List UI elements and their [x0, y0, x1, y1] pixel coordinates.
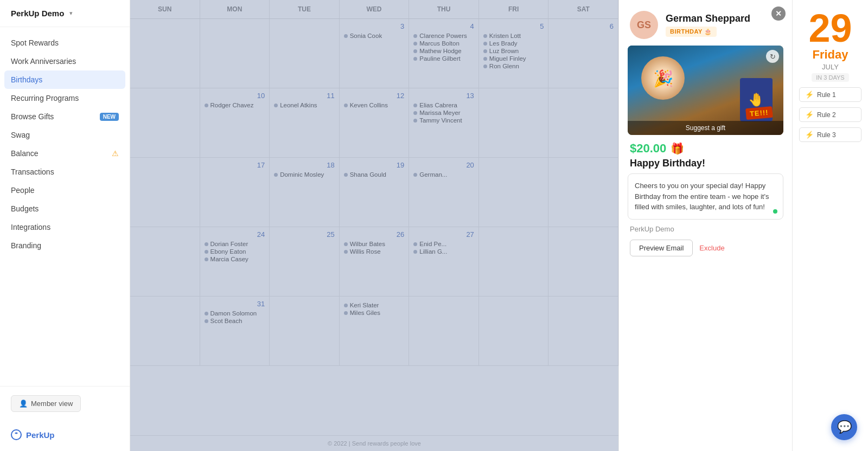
chevron-down-icon: ▾	[69, 10, 73, 17]
sidebar: PerkUp Demo ▾ Spot Rewards Work Annivers…	[0, 0, 130, 451]
rule-item-1[interactable]: ⚡ Rule 1	[799, 87, 861, 102]
panel-actions: Preview Email Exclude	[619, 240, 792, 265]
sidebar-item-branding[interactable]: Branding	[0, 236, 130, 255]
app-header[interactable]: PerkUp Demo ▾	[0, 0, 130, 27]
message-status-dot	[773, 209, 777, 214]
exclude-button[interactable]: Exclude	[699, 240, 724, 256]
message-text: Cheers to you on your special day! Happy…	[635, 182, 769, 211]
reward-amount: $20.00	[630, 141, 666, 156]
main-area: SUN MON TUE WED THU FRI SAT 3 Sonia Cook…	[130, 0, 618, 451]
preview-email-button[interactable]: Preview Email	[630, 240, 693, 256]
message-box: Cheers to you on your special day! Happy…	[628, 173, 783, 220]
amount-row: $20.00 🎁	[619, 135, 792, 158]
member-view-button[interactable]: 👤 Member view	[11, 395, 81, 412]
sidebar-item-recurring-programs[interactable]: Recurring Programs	[0, 89, 130, 107]
date-in-days: IN 3 DAYS	[812, 73, 848, 82]
sidebar-item-budgets[interactable]: Budgets	[0, 199, 130, 218]
warning-icon: ⚠	[112, 149, 119, 158]
rule-item-3[interactable]: ⚡ Rule 3	[799, 127, 861, 142]
sidebar-item-spot-rewards[interactable]: Spot Rewards	[0, 34, 130, 52]
sidebar-item-integrations[interactable]: Integrations	[0, 218, 130, 236]
lightning-icon-1: ⚡	[805, 91, 814, 99]
sidebar-item-swag[interactable]: Swag	[0, 126, 130, 144]
lightning-icon-3: ⚡	[805, 131, 814, 139]
date-day-name: Friday	[812, 48, 848, 62]
new-badge: NEW	[100, 113, 119, 121]
chat-icon: 💬	[837, 420, 852, 434]
gif-text: TE!!!	[746, 106, 773, 120]
birthday-badge: BIRTHDAY 🎂	[666, 27, 717, 37]
sidebar-item-birthdays[interactable]: Birthdays	[4, 70, 125, 89]
lightning-icon-2: ⚡	[805, 111, 814, 119]
sidebar-nav: Spot Rewards Work Anniversaries Birthday…	[0, 27, 130, 386]
date-month: JULY	[822, 63, 839, 71]
sidebar-logo: PerkUp	[0, 421, 130, 451]
app-title: PerkUp Demo	[11, 9, 64, 18]
sender-label: PerkUp Demo	[619, 225, 792, 240]
svg-point-0	[11, 430, 21, 440]
sidebar-item-people[interactable]: People	[0, 181, 130, 199]
panel-close-button[interactable]: ✕	[771, 7, 786, 21]
sidebar-item-balance[interactable]: Balance ⚠	[0, 144, 130, 163]
rule-item-2[interactable]: ⚡ Rule 2	[799, 107, 861, 122]
panel-title: Happy Birthday!	[619, 158, 792, 173]
sidebar-item-work-anniversaries[interactable]: Work Anniversaries	[0, 52, 130, 70]
date-day-number: 29	[808, 9, 852, 48]
sidebar-item-browse-gifts[interactable]: Browse Gifts NEW	[0, 107, 130, 126]
suggest-gift-button[interactable]: Suggest a gift	[628, 121, 783, 135]
person-icon: 👤	[19, 400, 28, 408]
sidebar-footer: 👤 Member view	[0, 386, 130, 421]
person-panel: ✕ GS German Sheppard BIRTHDAY 🎂 🎉 🤚 TE!!…	[618, 0, 792, 451]
refresh-icon[interactable]: ↻	[766, 50, 779, 63]
overlay-backdrop[interactable]	[130, 0, 618, 451]
avatar: GS	[630, 11, 658, 39]
date-panel: 29 Friday JULY IN 3 DAYS ⚡ Rule 1 ⚡ Rule…	[792, 0, 868, 451]
perkup-logo-icon	[11, 429, 22, 440]
gif-area[interactable]: 🎉 🤚 TE!!! ↻ Suggest a gift	[628, 46, 783, 135]
gift-icon: 🎁	[671, 142, 684, 155]
sidebar-item-transactions[interactable]: Transactions	[0, 163, 130, 181]
chat-button[interactable]: 💬	[831, 414, 857, 440]
person-info: German Sheppard BIRTHDAY 🎂	[666, 13, 750, 37]
person-header: GS German Sheppard BIRTHDAY 🎂	[619, 0, 792, 46]
person-name: German Sheppard	[666, 13, 750, 24]
